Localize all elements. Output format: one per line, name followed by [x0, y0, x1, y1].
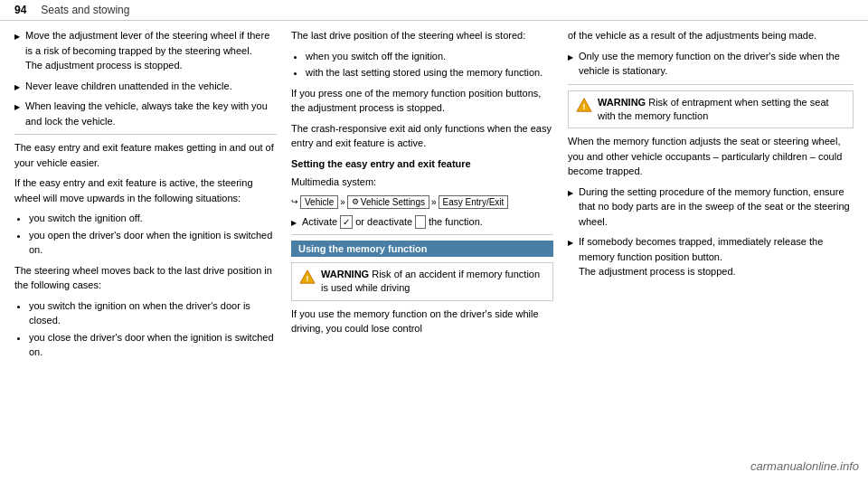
steering-wheel-bullets: you switch the ignition on when the driv… [29, 298, 277, 360]
bullet-item-1: Move the adjustment lever of the steer­i… [14, 28, 277, 73]
bullet-arrow-icon-1 [14, 29, 20, 43]
section-header-text: Using the memory function [298, 243, 427, 254]
page-container: 94 Seats and stowing Move the adjustment… [0, 0, 868, 482]
nav-easy-entry: Easy Entry/Exit [439, 195, 509, 209]
multimedia-label: Multimedia system: [291, 175, 553, 190]
divider-3 [568, 84, 854, 85]
warning-label-2: WARNING [598, 97, 646, 108]
content-area: Move the adjustment lever of the steer­i… [0, 28, 868, 365]
multimedia-nav: ↪ Vehicle » ⚙ Vehicle Set­tings » Easy E… [291, 195, 553, 209]
header-bar: 94 Seats and stowing [0, 0, 868, 21]
only-use-text: Only use the memory function on the driv… [579, 49, 854, 79]
bullet-arrow-icon-3 [14, 99, 20, 113]
adjusts-para: When the memory function adjusts the sea… [568, 134, 854, 179]
warning-text-2: WARNING Risk of entrapment when set­ting… [598, 96, 845, 124]
during-bullet: During the setting procedure of the memo… [568, 184, 854, 230]
press-para: If you press one of the memory function … [291, 86, 553, 116]
warning-box-2: ! WARNING Risk of entrapment when set­ti… [568, 90, 854, 129]
last-drive-bullets: when you switch off the ignition. with t… [306, 49, 553, 80]
if-trapped-text: If somebody becomes trapped, immedi­atel… [579, 234, 854, 279]
steering-wheel-para: The steering wheel moves back to the las… [14, 263, 277, 293]
setting-title: Setting the easy entry and exit feature [291, 156, 553, 172]
bullet-text-1: Move the adjustment lever of the steer­i… [25, 28, 277, 73]
sw-bullet-2: you close the driver's door when the ign… [29, 330, 277, 360]
activate-arrow-icon [291, 215, 297, 229]
ld-bullet-2: with the last setting stored using the m… [306, 65, 553, 80]
only-use-bullet: Only use the memory function on the driv… [568, 49, 854, 79]
warning-text-1: WARNING Risk of an accident if memory fu… [321, 268, 545, 296]
activate-text: Activate ✓ or deactivate the function. [302, 214, 483, 230]
warning-triangle-icon-2: ! [576, 97, 592, 113]
only-use-arrow-icon [568, 50, 573, 63]
svg-text:!: ! [582, 101, 585, 111]
ld-bullet-1: when you switch off the ignition. [306, 49, 553, 64]
nav-arrow-2: » [431, 197, 437, 207]
bullet-text-3: When leaving the vehicle, always take th… [25, 99, 277, 128]
warning-triangle-icon-1: ! [299, 269, 316, 285]
crash-para: The crash-responsive exit aid only funct… [291, 121, 553, 151]
bullet-item-2: Never leave children unattended in the v… [14, 79, 277, 94]
left-column: Move the adjustment lever of the steer­i… [14, 28, 277, 365]
bullet-arrow-icon-2 [14, 80, 20, 93]
easy-entry-bullet-2: you open the driver's door when the igni… [29, 228, 277, 258]
divider-2 [291, 234, 553, 235]
easy-entry-para1: The easy entry and exit feature makes ge… [14, 140, 277, 170]
svg-text:!: ! [306, 273, 308, 283]
easy-entry-bullets: you switch the ignition off. you open th… [29, 211, 277, 258]
nav-arrow-1: » [340, 197, 345, 207]
trapped-arrow-icon [568, 235, 573, 249]
section-header: Using the memory function [291, 241, 553, 257]
header-title: Seats and stowing [41, 4, 129, 16]
divider-1 [14, 134, 277, 135]
right-column: of the vehicle as a result of the adjust… [568, 28, 854, 365]
warning-label-1: WARNING [321, 269, 369, 279]
if-trapped-bullet: If somebody becomes trapped, immedi­atel… [568, 234, 854, 279]
checkbox-empty-sym [415, 215, 426, 229]
nav-vehicle-settings: ⚙ Vehicle Set­tings [347, 195, 429, 209]
sw-bullet-1: you switch the ignition on when the driv… [29, 298, 277, 328]
during-arrow-icon [568, 185, 573, 199]
nav-vehicle: Vehicle [300, 195, 338, 209]
lose-control-text: of the vehicle as a result of the adjust… [568, 28, 854, 43]
easy-entry-bullet-1: you switch the ignition off. [29, 211, 277, 226]
watermark: carmanualonline.info [750, 459, 859, 473]
bullet-text-2: Never leave children unattended in the v… [25, 79, 232, 94]
page-number: 94 [14, 4, 26, 16]
checkbox-checked-sym: ✓ [340, 215, 353, 229]
nav-arrow-start: ↪ [291, 197, 298, 206]
bullet-item-3: When leaving the vehicle, always take th… [14, 99, 277, 128]
memory-para: If you use the memory function on the dr… [291, 307, 553, 336]
during-text: During the setting procedure of the memo… [579, 184, 854, 230]
easy-entry-para2: If the easy entry and exit feature is ac… [14, 175, 277, 205]
middle-column: The last drive position of the steering … [291, 28, 553, 365]
warning-box-1: ! WARNING Risk of an accident if memory … [291, 262, 553, 301]
last-drive-para: The last drive position of the steering … [291, 28, 553, 43]
settings-icon: ⚙ [352, 197, 359, 206]
activate-item: Activate ✓ or deactivate the function. [291, 214, 553, 230]
